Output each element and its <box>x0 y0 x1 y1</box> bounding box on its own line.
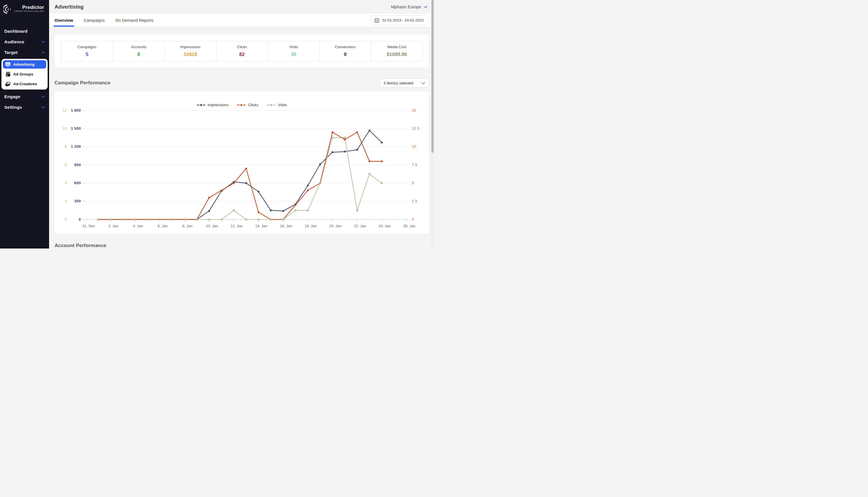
submenu-item-ad-creatives[interactable]: Ad-Creatives <box>3 80 46 88</box>
stat-card-impressions: Impressions10418 <box>165 41 216 61</box>
legend-item-clicks[interactable]: Clicks <box>237 103 258 107</box>
stat-label: Campaigns <box>62 45 112 49</box>
topbar: Advertising Mphasis Europe <box>49 0 434 14</box>
data-point-visits[interactable] <box>97 218 99 221</box>
data-point-visits[interactable] <box>344 137 346 139</box>
data-point-impressions[interactable] <box>344 151 346 153</box>
y-axis-label-visits: 2 <box>65 199 67 203</box>
legend-item-visits[interactable]: Visits <box>267 103 287 107</box>
data-point-visits[interactable] <box>332 137 334 139</box>
y-axis-label-impressions: 600 <box>74 181 81 185</box>
sidebar-item-audience[interactable]: Audience <box>0 37 49 47</box>
ad-monitor-icon: AD <box>5 62 11 67</box>
y-axis-label-clicks: 5 <box>412 181 414 185</box>
data-point-impressions[interactable] <box>257 190 260 193</box>
data-point-visits[interactable] <box>183 218 185 221</box>
content: Campaigns5Accounts8Impressions10418Click… <box>49 27 434 248</box>
data-point-impressions[interactable] <box>282 210 284 212</box>
tab-campaigns[interactable]: Campaigns <box>84 14 105 27</box>
y-axis-label-impressions: 1 500 <box>71 126 81 130</box>
data-point-visits[interactable] <box>270 218 272 221</box>
stat-label: Clicks <box>218 45 267 49</box>
scrollbar-track[interactable] <box>431 0 434 248</box>
x-axis-label: 10. Jan <box>206 224 218 228</box>
x-axis-label: 6. Jan <box>157 224 168 228</box>
sidebar-nav: Dashboard Audience Target AD <box>0 26 49 113</box>
stats-card: Campaigns5Accounts8Impressions10418Click… <box>55 35 429 68</box>
data-point-impressions[interactable] <box>368 129 370 131</box>
submenu-item-advertising[interactable]: AD Advertising <box>3 60 46 69</box>
tab-label: Overview <box>55 18 73 23</box>
data-point-visits[interactable] <box>282 218 284 221</box>
stats-row: Campaigns5Accounts8Impressions10418Click… <box>61 41 423 62</box>
sidebar-item-engage[interactable]: Engage <box>0 91 49 102</box>
stat-card-media-cost: Media Cost$1089.86 <box>371 41 422 61</box>
account-selector[interactable]: Mphasis Europe <box>391 4 428 9</box>
data-point-impressions[interactable] <box>332 151 334 153</box>
data-point-visits[interactable] <box>159 218 161 221</box>
submenu-item-ad-groups[interactable]: Ad Groups <box>3 70 46 78</box>
account-performance-header: Account Performance <box>55 243 429 248</box>
stat-value: 10418 <box>166 52 215 57</box>
logo-soundwave-icon <box>3 4 12 14</box>
sidebar-item-dashboard[interactable]: Dashboard <box>0 26 49 37</box>
y-axis-label-visits: 4 <box>65 181 67 185</box>
x-axis-label: 16. Jan <box>280 224 292 228</box>
campaign-filter-dropdown[interactable]: 3 Item(s) selected <box>380 78 429 87</box>
date-range-picker[interactable]: 01-01-2023 - 24-01-2023 <box>370 15 428 25</box>
data-point-visits[interactable] <box>221 218 222 221</box>
tab-label: On Demand Reports <box>115 18 154 23</box>
sidebar-item-settings[interactable]: Settings <box>0 102 49 113</box>
data-point-visits[interactable] <box>294 210 296 212</box>
tab-on-demand-reports[interactable]: On Demand Reports <box>115 14 154 27</box>
legend-marker-circle-icon <box>197 103 205 107</box>
data-point-visits[interactable] <box>257 218 260 221</box>
sidebar-item-label: Dashboard <box>4 29 28 33</box>
y-axis-label-clicks: 2.5 <box>412 199 417 203</box>
data-point-visits[interactable] <box>368 173 370 175</box>
data-point-impressions[interactable] <box>307 185 309 186</box>
data-point-clicks[interactable] <box>381 160 383 162</box>
stat-card-clicks: Clicks82 <box>216 41 268 61</box>
data-point-visits[interactable] <box>109 218 111 221</box>
data-point-impressions[interactable] <box>270 210 272 212</box>
data-point-visits[interactable] <box>233 210 235 212</box>
logo[interactable]: Predictor A PRODUCT OF EVOLVE GLOBAL COR… <box>0 0 49 14</box>
x-axis-label: 22. Jan <box>354 224 366 228</box>
scrollbar-thumb[interactable] <box>431 0 434 153</box>
data-point-visits[interactable] <box>356 210 358 212</box>
y-axis-label-clicks: 0 <box>412 217 414 222</box>
data-point-visits[interactable] <box>381 182 383 184</box>
data-point-impressions[interactable] <box>319 163 321 165</box>
data-point-clicks[interactable] <box>368 160 370 162</box>
tab-overview[interactable]: Overview <box>55 14 73 27</box>
submenu-item-label: Ad Groups <box>13 72 33 76</box>
data-point-visits[interactable] <box>319 182 321 184</box>
x-axis-label: 2. Jan <box>108 224 118 228</box>
stat-value: 82 <box>218 52 267 57</box>
data-point-visits[interactable] <box>307 210 309 212</box>
legend-item-impressions[interactable]: Impressions <box>197 103 228 107</box>
y-axis-label-impressions: 0 <box>79 217 81 222</box>
logo-name: Predictor <box>22 4 44 10</box>
data-point-visits[interactable] <box>122 218 124 221</box>
data-point-impressions[interactable] <box>381 141 383 143</box>
y-axis-label-visits: 10 <box>62 127 67 130</box>
data-point-visits[interactable] <box>171 218 173 221</box>
data-point-visits[interactable] <box>134 218 136 221</box>
submenu-item-label: Ad-Creatives <box>13 82 37 86</box>
series-line-impressions <box>98 130 382 219</box>
data-point-visits[interactable] <box>146 218 149 221</box>
sidebar: Predictor A PRODUCT OF EVOLVE GLOBAL COR… <box>0 0 49 248</box>
y-axis-label-visits: 8 <box>65 145 67 148</box>
sidebar-item-target[interactable]: Target <box>0 47 49 58</box>
data-point-visits[interactable] <box>196 218 198 221</box>
data-point-visits[interactable] <box>208 218 210 221</box>
series-line-visits <box>98 138 382 219</box>
data-point-impressions[interactable] <box>208 210 210 212</box>
data-point-visits[interactable] <box>245 218 247 221</box>
data-point-impressions[interactable] <box>356 149 358 151</box>
chevron-up-icon <box>41 51 45 54</box>
campaign-performance-chart-card: 1210864201 8001 5001 20090060030001512.5… <box>55 91 429 234</box>
data-point-impressions[interactable] <box>245 182 247 184</box>
